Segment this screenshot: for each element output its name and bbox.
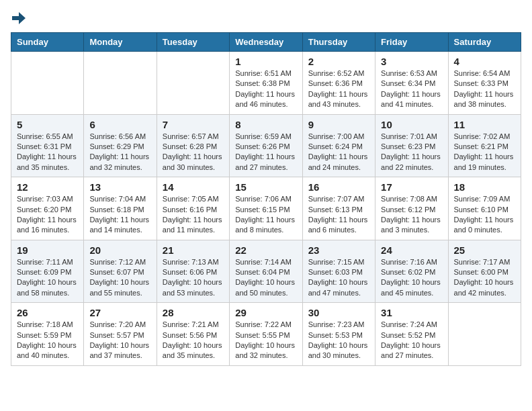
day-number: 23 bbox=[308, 244, 369, 256]
day-number: 11 bbox=[454, 119, 515, 130]
day-info: Sunrise: 7:03 AM Sunset: 6:20 PM Dayligh… bbox=[17, 194, 78, 236]
day-info: Sunrise: 7:13 AM Sunset: 6:06 PM Dayligh… bbox=[163, 257, 224, 299]
day-number: 21 bbox=[163, 244, 224, 256]
day-info: Sunrise: 6:59 AM Sunset: 6:26 PM Dayligh… bbox=[235, 132, 296, 173]
svg-marker-0 bbox=[12, 12, 26, 24]
day-number: 9 bbox=[308, 119, 369, 130]
day-number: 25 bbox=[454, 244, 515, 256]
logo bbox=[11, 11, 26, 26]
calendar-cell: 12Sunrise: 7:03 AM Sunset: 6:20 PM Dayli… bbox=[11, 177, 84, 240]
header-saturday: Saturday bbox=[448, 33, 521, 52]
calendar-cell: 11Sunrise: 7:02 AM Sunset: 6:21 PM Dayli… bbox=[448, 114, 521, 177]
calendar-cell: 3Sunrise: 6:53 AM Sunset: 6:34 PM Daylig… bbox=[375, 52, 448, 115]
calendar-cell: 30Sunrise: 7:23 AM Sunset: 5:53 PM Dayli… bbox=[302, 303, 375, 366]
calendar-cell: 22Sunrise: 7:14 AM Sunset: 6:04 PM Dayli… bbox=[230, 240, 302, 303]
day-info: Sunrise: 6:51 AM Sunset: 6:38 PM Dayligh… bbox=[235, 68, 296, 110]
calendar-cell: 29Sunrise: 7:22 AM Sunset: 5:55 PM Dayli… bbox=[230, 303, 302, 366]
day-number: 1 bbox=[235, 56, 296, 67]
day-number: 16 bbox=[308, 181, 369, 193]
day-number: 12 bbox=[17, 181, 78, 193]
day-info: Sunrise: 7:12 AM Sunset: 6:07 PM Dayligh… bbox=[89, 257, 150, 299]
calendar-cell: 15Sunrise: 7:06 AM Sunset: 6:15 PM Dayli… bbox=[230, 177, 302, 240]
calendar-cell: 23Sunrise: 7:15 AM Sunset: 6:03 PM Dayli… bbox=[302, 240, 375, 303]
day-number: 22 bbox=[235, 244, 296, 256]
day-info: Sunrise: 7:04 AM Sunset: 6:18 PM Dayligh… bbox=[89, 194, 150, 236]
day-number: 8 bbox=[235, 119, 296, 130]
calendar-week-3: 12Sunrise: 7:03 AM Sunset: 6:20 PM Dayli… bbox=[11, 177, 521, 240]
day-number: 4 bbox=[454, 56, 515, 67]
header-tuesday: Tuesday bbox=[157, 33, 229, 52]
day-info: Sunrise: 7:02 AM Sunset: 6:21 PM Dayligh… bbox=[454, 132, 515, 173]
day-number: 30 bbox=[308, 307, 369, 318]
day-number: 5 bbox=[17, 119, 78, 130]
calendar-cell bbox=[84, 52, 157, 115]
day-info: Sunrise: 7:17 AM Sunset: 6:00 PM Dayligh… bbox=[454, 257, 515, 299]
calendar-header-row: SundayMondayTuesdayWednesdayThursdayFrid… bbox=[11, 33, 521, 52]
calendar-cell: 21Sunrise: 7:13 AM Sunset: 6:06 PM Dayli… bbox=[157, 240, 229, 303]
header-thursday: Thursday bbox=[302, 33, 375, 52]
day-number: 7 bbox=[163, 119, 224, 130]
calendar-cell: 28Sunrise: 7:21 AM Sunset: 5:56 PM Dayli… bbox=[157, 303, 229, 366]
day-info: Sunrise: 7:08 AM Sunset: 6:12 PM Dayligh… bbox=[381, 194, 442, 236]
calendar-week-4: 19Sunrise: 7:11 AM Sunset: 6:09 PM Dayli… bbox=[11, 240, 521, 303]
day-info: Sunrise: 7:24 AM Sunset: 5:52 PM Dayligh… bbox=[381, 320, 442, 361]
day-info: Sunrise: 7:21 AM Sunset: 5:56 PM Dayligh… bbox=[163, 320, 224, 361]
calendar-cell: 10Sunrise: 7:01 AM Sunset: 6:23 PM Dayli… bbox=[375, 114, 448, 177]
day-number: 10 bbox=[381, 119, 442, 130]
calendar-cell: 13Sunrise: 7:04 AM Sunset: 6:18 PM Dayli… bbox=[84, 177, 157, 240]
calendar-cell: 14Sunrise: 7:05 AM Sunset: 6:16 PM Dayli… bbox=[157, 177, 229, 240]
day-number: 17 bbox=[381, 181, 442, 193]
day-info: Sunrise: 6:56 AM Sunset: 6:29 PM Dayligh… bbox=[89, 132, 150, 173]
day-info: Sunrise: 7:15 AM Sunset: 6:03 PM Dayligh… bbox=[308, 257, 369, 299]
day-number: 3 bbox=[381, 56, 442, 67]
day-number: 24 bbox=[381, 244, 442, 256]
day-info: Sunrise: 7:07 AM Sunset: 6:13 PM Dayligh… bbox=[308, 194, 369, 236]
day-info: Sunrise: 6:53 AM Sunset: 6:34 PM Dayligh… bbox=[381, 68, 442, 110]
day-number: 28 bbox=[163, 307, 224, 318]
day-info: Sunrise: 6:52 AM Sunset: 6:36 PM Dayligh… bbox=[308, 68, 369, 110]
calendar-cell bbox=[11, 52, 84, 115]
calendar-cell: 4Sunrise: 6:54 AM Sunset: 6:33 PM Daylig… bbox=[448, 52, 521, 115]
calendar-cell: 18Sunrise: 7:09 AM Sunset: 6:10 PM Dayli… bbox=[448, 177, 521, 240]
calendar-cell bbox=[157, 52, 229, 115]
day-number: 29 bbox=[235, 307, 296, 318]
calendar-cell: 26Sunrise: 7:18 AM Sunset: 5:59 PM Dayli… bbox=[11, 303, 84, 366]
day-info: Sunrise: 7:16 AM Sunset: 6:02 PM Dayligh… bbox=[381, 257, 442, 299]
calendar-cell: 7Sunrise: 6:57 AM Sunset: 6:28 PM Daylig… bbox=[157, 114, 229, 177]
day-number: 14 bbox=[163, 181, 224, 193]
calendar-cell: 31Sunrise: 7:24 AM Sunset: 5:52 PM Dayli… bbox=[375, 303, 448, 366]
day-number: 26 bbox=[17, 307, 78, 318]
day-info: Sunrise: 6:55 AM Sunset: 6:31 PM Dayligh… bbox=[17, 132, 78, 173]
day-info: Sunrise: 7:11 AM Sunset: 6:09 PM Dayligh… bbox=[17, 257, 78, 299]
calendar-week-2: 5Sunrise: 6:55 AM Sunset: 6:31 PM Daylig… bbox=[11, 114, 521, 177]
header-sunday: Sunday bbox=[11, 33, 84, 52]
day-info: Sunrise: 7:00 AM Sunset: 6:24 PM Dayligh… bbox=[308, 132, 369, 173]
calendar-cell: 16Sunrise: 7:07 AM Sunset: 6:13 PM Dayli… bbox=[302, 177, 375, 240]
calendar-cell: 8Sunrise: 6:59 AM Sunset: 6:26 PM Daylig… bbox=[230, 114, 302, 177]
day-info: Sunrise: 7:14 AM Sunset: 6:04 PM Dayligh… bbox=[235, 257, 296, 299]
day-info: Sunrise: 7:06 AM Sunset: 6:15 PM Dayligh… bbox=[235, 194, 296, 236]
header-wednesday: Wednesday bbox=[230, 33, 302, 52]
header-monday: Monday bbox=[84, 33, 157, 52]
day-info: Sunrise: 7:01 AM Sunset: 6:23 PM Dayligh… bbox=[381, 132, 442, 173]
page-header bbox=[11, 11, 521, 26]
logo-icon bbox=[11, 11, 26, 26]
day-info: Sunrise: 7:22 AM Sunset: 5:55 PM Dayligh… bbox=[235, 320, 296, 361]
day-number: 20 bbox=[89, 244, 150, 256]
calendar-cell: 2Sunrise: 6:52 AM Sunset: 6:36 PM Daylig… bbox=[302, 52, 375, 115]
day-info: Sunrise: 7:05 AM Sunset: 6:16 PM Dayligh… bbox=[163, 194, 224, 236]
calendar-cell: 6Sunrise: 6:56 AM Sunset: 6:29 PM Daylig… bbox=[84, 114, 157, 177]
day-number: 18 bbox=[454, 181, 515, 193]
day-number: 15 bbox=[235, 181, 296, 193]
day-number: 6 bbox=[89, 119, 150, 130]
calendar-cell: 19Sunrise: 7:11 AM Sunset: 6:09 PM Dayli… bbox=[11, 240, 84, 303]
calendar-cell: 5Sunrise: 6:55 AM Sunset: 6:31 PM Daylig… bbox=[11, 114, 84, 177]
calendar-week-1: 1Sunrise: 6:51 AM Sunset: 6:38 PM Daylig… bbox=[11, 52, 521, 115]
day-info: Sunrise: 7:09 AM Sunset: 6:10 PM Dayligh… bbox=[454, 194, 515, 236]
calendar-table: SundayMondayTuesdayWednesdayThursdayFrid… bbox=[11, 32, 521, 366]
day-number: 19 bbox=[17, 244, 78, 256]
calendar-week-5: 26Sunrise: 7:18 AM Sunset: 5:59 PM Dayli… bbox=[11, 303, 521, 366]
calendar-cell: 1Sunrise: 6:51 AM Sunset: 6:38 PM Daylig… bbox=[230, 52, 302, 115]
day-info: Sunrise: 7:20 AM Sunset: 5:57 PM Dayligh… bbox=[89, 320, 150, 361]
calendar-cell: 17Sunrise: 7:08 AM Sunset: 6:12 PM Dayli… bbox=[375, 177, 448, 240]
